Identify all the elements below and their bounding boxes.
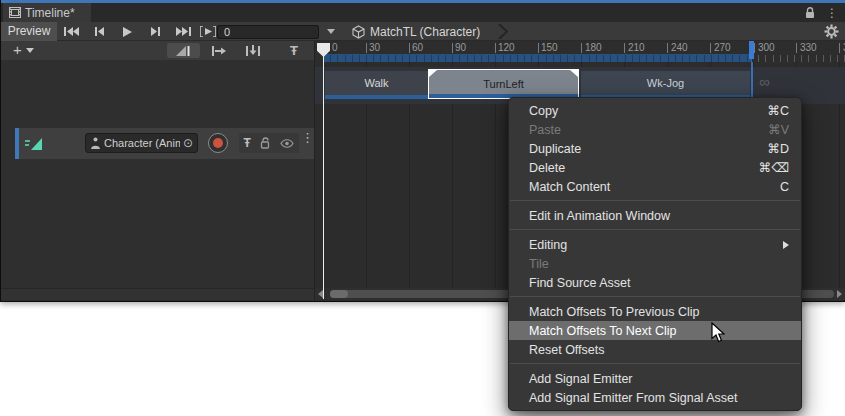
replace-mode-icon xyxy=(246,45,260,56)
menu-item-editing[interactable]: Editing xyxy=(509,235,801,254)
cube-icon xyxy=(352,25,365,39)
menu-separator xyxy=(509,292,801,302)
scrollbar-zoom-handle[interactable] xyxy=(330,290,348,298)
play-range-icon xyxy=(200,26,216,37)
plus-icon: + xyxy=(13,42,22,58)
menu-separator xyxy=(509,359,801,369)
mouse-cursor xyxy=(711,322,725,343)
menu-item-reset-offsets[interactable]: Reset Offsets xyxy=(509,340,801,359)
chevron-down-icon xyxy=(26,48,34,53)
menu-item-match-offsets-previous[interactable]: Match Offsets To Previous Clip xyxy=(509,302,801,321)
play-range-button[interactable] xyxy=(198,22,218,41)
submenu-arrow-icon xyxy=(783,241,789,249)
ease-in-handle[interactable] xyxy=(429,70,437,77)
play-icon xyxy=(123,27,132,37)
breadcrumb[interactable]: MatchTL (Character) xyxy=(342,22,480,41)
menu-item-match-content[interactable]: Match ContentC xyxy=(509,177,801,196)
add-track-button[interactable]: + xyxy=(13,42,34,58)
track-name: Character (Animator) xyxy=(104,137,180,149)
ease-out-handle[interactable] xyxy=(570,70,578,77)
gear-icon xyxy=(824,24,839,39)
track-options-row: + Ŧ xyxy=(1,41,314,60)
play-button[interactable] xyxy=(114,22,141,41)
track-list-panel: Character (Animator) ⊙ Ŧ ⋮ xyxy=(1,60,314,288)
left-panel-bottom-bar xyxy=(1,288,314,300)
unlock-icon[interactable] xyxy=(260,137,271,149)
track-color-strip xyxy=(15,128,19,159)
kebab-menu-icon[interactable]: ⋮ xyxy=(826,6,838,20)
playhead-line xyxy=(323,56,324,299)
next-frame-icon xyxy=(151,27,160,36)
menu-item-add-signal-emitter-from-asset[interactable]: Add Signal Emitter From Signal Asset xyxy=(509,388,801,407)
frame-value: 0 xyxy=(224,26,230,38)
avatar-icon xyxy=(90,137,101,149)
mix-mode-button[interactable] xyxy=(167,43,200,58)
clip-wkjog[interactable]: Wk-Jog xyxy=(581,71,750,95)
time-ruler[interactable]: 0 30 60 90 120 150 180 210 240 270 300 3… xyxy=(315,41,845,62)
track-kebab-icon[interactable]: ⋮ xyxy=(301,130,314,145)
menu-item-copy[interactable]: Copy⌘C xyxy=(509,101,801,120)
object-picker-icon[interactable]: ⊙ xyxy=(183,136,193,150)
tab-title: Timeline* xyxy=(25,6,75,20)
track-header-character[interactable]: Character (Animator) ⊙ Ŧ ⋮ xyxy=(15,128,314,159)
film-icon xyxy=(9,7,21,18)
menu-item-duplicate[interactable]: Duplicate⌘D xyxy=(509,139,801,158)
marker-pin-button[interactable]: Ŧ xyxy=(282,43,306,58)
ruler-origin-label: 0 xyxy=(332,42,338,53)
mix-mode-icon xyxy=(176,46,191,56)
clip-walk[interactable]: Walk xyxy=(325,71,428,95)
goto-end-button[interactable] xyxy=(170,22,197,41)
menu-item-find-source-asset[interactable]: Find Source Asset xyxy=(509,273,801,292)
menu-separator xyxy=(509,225,801,235)
previous-frame-icon xyxy=(95,27,104,36)
menu-separator xyxy=(509,196,801,206)
animation-track-icon xyxy=(25,137,43,151)
menu-item-paste: Paste⌘V xyxy=(509,120,801,139)
previous-frame-button[interactable] xyxy=(86,22,113,41)
goto-start-button[interactable] xyxy=(58,22,85,41)
record-dot-icon xyxy=(213,138,223,148)
next-frame-button[interactable] xyxy=(142,22,169,41)
animator-object-field[interactable]: Character (Animator) ⊙ xyxy=(85,133,198,153)
clip-context-menu: Copy⌘C Paste⌘V Duplicate⌘D Delete⌘⌫ Matc… xyxy=(508,97,802,411)
preview-button[interactable]: Preview xyxy=(1,22,57,41)
replace-mode-button[interactable] xyxy=(238,43,268,58)
scroll-right-arrow-icon[interactable] xyxy=(837,290,842,298)
menu-item-tile: Tile xyxy=(509,254,801,273)
pin-icon[interactable]: Ŧ xyxy=(244,136,251,150)
goto-end-icon xyxy=(176,27,191,36)
tab-bar: Timeline* ⋮ xyxy=(1,3,845,22)
menu-item-delete[interactable]: Delete⌘⌫ xyxy=(509,158,801,177)
frame-field[interactable]: 0 xyxy=(217,25,319,39)
track-button-group: Ŧ xyxy=(239,133,299,153)
ripple-mode-icon xyxy=(212,46,226,56)
goto-start-icon xyxy=(64,27,79,36)
breadcrumb-label: MatchTL (Character) xyxy=(370,25,480,39)
eye-icon[interactable] xyxy=(280,139,294,148)
toolbar: Preview xyxy=(1,22,845,41)
menu-item-add-signal-emitter[interactable]: Add Signal Emitter xyxy=(509,369,801,388)
record-button[interactable] xyxy=(208,133,228,153)
ripple-mode-button[interactable] xyxy=(204,43,234,58)
pin-icon: Ŧ xyxy=(290,43,298,58)
lock-icon[interactable] xyxy=(804,6,816,19)
chevron-down-icon xyxy=(327,29,335,34)
frame-field-dropdown[interactable] xyxy=(327,29,335,34)
menu-item-edit-in-animation-window[interactable]: Edit in Animation Window xyxy=(509,206,801,225)
menu-item-match-offsets-next[interactable]: Match Offsets To Next Clip xyxy=(509,321,801,340)
clip-turnleft-selected[interactable]: TurnLeft xyxy=(428,69,579,99)
tab-timeline[interactable]: Timeline* xyxy=(3,3,91,22)
infinity-icon: ∞ xyxy=(759,73,770,90)
breadcrumb-chevron-icon xyxy=(497,24,509,39)
